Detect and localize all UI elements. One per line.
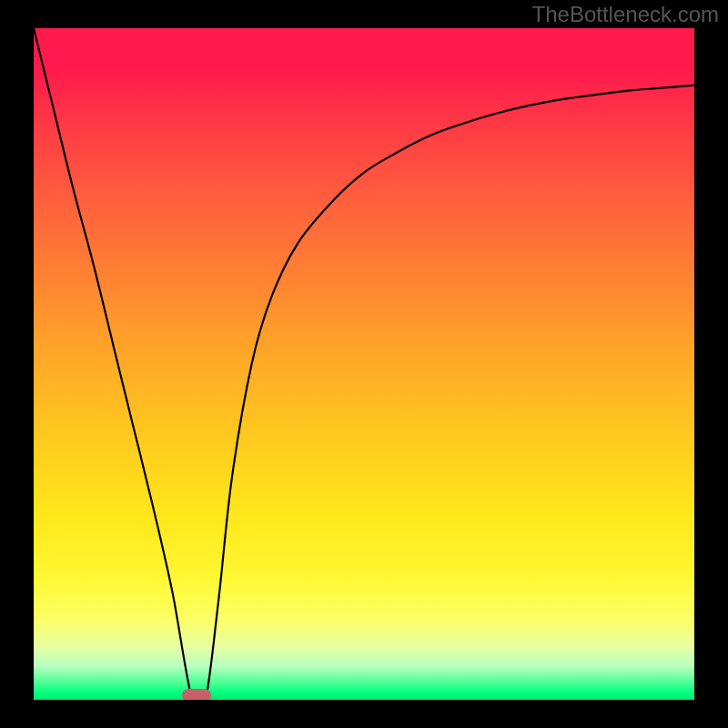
watermark-text: TheBottleneck.com bbox=[532, 2, 719, 27]
plot-area bbox=[34, 28, 694, 700]
bottleneck-curve bbox=[34, 28, 694, 700]
chart-container: TheBottleneck.com bbox=[0, 0, 728, 728]
optimal-marker bbox=[182, 689, 211, 700]
